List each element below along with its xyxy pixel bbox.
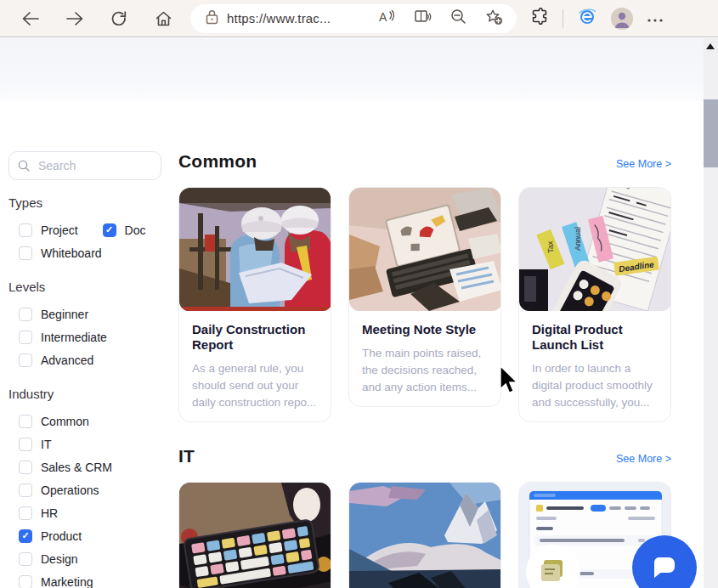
section-title-common: Common xyxy=(178,151,257,172)
checkbox[interactable] xyxy=(19,506,32,520)
card-desc: As a general rule, you should send out y… xyxy=(192,360,318,411)
checkbox[interactable] xyxy=(19,331,32,344)
zoom-out-icon[interactable] xyxy=(450,8,466,28)
colorful-keyboard-photo xyxy=(179,483,331,588)
checkbox[interactable] xyxy=(103,223,116,237)
filter-sales-crm[interactable]: Sales & CRM xyxy=(19,461,112,474)
template-card-it-2[interactable] xyxy=(348,482,501,588)
template-card-digital-product-launch-list[interactable]: 1040 xyxy=(518,187,671,422)
card-desc: The main points raised, the decisions re… xyxy=(362,345,488,396)
add-favorite-icon[interactable] xyxy=(485,8,503,29)
meeting-desk-laptops-photo xyxy=(349,188,501,311)
filter-doc[interactable]: Doc xyxy=(103,223,146,237)
filter-hr[interactable]: HR xyxy=(19,506,58,520)
url-text[interactable]: https://www.trac... xyxy=(227,11,379,25)
filter-group-industry: Industry Common IT Sales & CRM Operation… xyxy=(8,387,161,588)
filter-group-title: Types xyxy=(8,195,161,210)
hero-strip xyxy=(0,38,718,101)
ie-mode-icon[interactable] xyxy=(577,8,597,30)
filter-operations[interactable]: Operations xyxy=(19,483,99,497)
scrollbar-up-arrow[interactable] xyxy=(706,43,715,49)
templates-main: Common See More > xyxy=(178,151,671,588)
chat-bubble-icon xyxy=(649,552,680,583)
card-title: Meeting Note Style xyxy=(362,322,488,337)
construction-workers-photo xyxy=(179,188,331,311)
filter-group-title: Levels xyxy=(8,280,161,294)
search-icon xyxy=(18,160,30,172)
checkbox[interactable] xyxy=(19,461,32,474)
mountain-peak-photo xyxy=(349,483,501,588)
checkbox[interactable] xyxy=(19,223,32,237)
checkbox[interactable] xyxy=(19,438,32,451)
filter-advanced[interactable]: Advanced xyxy=(19,353,93,367)
card-title: Daily Construction Report xyxy=(192,322,318,353)
checkbox[interactable] xyxy=(19,552,32,566)
checkbox[interactable] xyxy=(19,415,32,428)
toolbar-divider xyxy=(563,9,563,28)
page-scrollbar[interactable] xyxy=(704,38,718,588)
filter-group-levels: Levels Beginner Intermediate Advanced xyxy=(8,280,161,371)
filters-sidebar: Types Project Doc Whiteboard xyxy=(8,151,161,588)
see-more-it-link[interactable]: See More > xyxy=(616,453,671,465)
filter-intermediate[interactable]: Intermediate xyxy=(19,331,107,344)
section-title-it: IT xyxy=(178,446,195,466)
filter-whiteboard[interactable]: Whiteboard xyxy=(19,246,102,260)
checkbox[interactable] xyxy=(19,353,32,367)
search-input[interactable] xyxy=(37,158,142,173)
filter-group-title: Industry xyxy=(8,387,161,401)
filter-it[interactable]: IT xyxy=(19,438,51,451)
scrollbar-thumb[interactable] xyxy=(704,99,718,167)
address-bar[interactable]: https://www.trac... A xyxy=(190,4,517,33)
filter-common[interactable]: Common xyxy=(19,415,89,428)
filter-project[interactable]: Project xyxy=(19,223,78,237)
extensions-icon[interactable] xyxy=(530,8,549,30)
checkbox[interactable] xyxy=(19,308,32,321)
page-viewport: Types Project Doc Whiteboard xyxy=(0,38,718,588)
card-title: Digital Product Launch List xyxy=(532,322,658,353)
filter-group-types: Types Project Doc Whiteboard xyxy=(8,195,161,264)
svg-text:Annual: Annual xyxy=(574,227,582,251)
read-aloud-icon[interactable]: A xyxy=(379,9,396,28)
lock-icon[interactable] xyxy=(206,9,218,28)
template-card-it-1[interactable] xyxy=(178,482,331,588)
template-card-daily-construction-report[interactable]: Daily Construction Report As a general r… xyxy=(178,187,331,422)
filter-marketing[interactable]: Marketing xyxy=(19,575,93,588)
card-desc: In order to launch a digital product smo… xyxy=(532,360,658,411)
svg-text:A: A xyxy=(379,10,387,24)
it-cards-row xyxy=(178,482,671,588)
settings-menu-icon[interactable] xyxy=(647,11,664,26)
svg-text:Tax: Tax xyxy=(546,240,555,253)
forward-icon[interactable] xyxy=(65,8,85,29)
common-cards-row: Daily Construction Report As a general r… xyxy=(178,187,671,422)
profile-avatar[interactable] xyxy=(611,8,633,30)
checkbox[interactable] xyxy=(19,529,32,543)
see-more-common-link[interactable]: See More > xyxy=(616,158,671,170)
sticky-notes-deadline-photo: 1040 xyxy=(519,188,671,311)
checkbox[interactable] xyxy=(19,246,32,260)
search-box[interactable] xyxy=(8,151,161,180)
back-icon[interactable] xyxy=(20,8,41,29)
checkbox[interactable] xyxy=(19,483,32,497)
filter-design[interactable]: Design xyxy=(19,552,78,566)
immersive-reader-icon[interactable] xyxy=(415,9,432,27)
filter-product[interactable]: Product xyxy=(19,529,82,543)
template-card-meeting-note-style[interactable]: Meeting Note Style The main points raise… xyxy=(348,187,501,407)
checkbox[interactable] xyxy=(19,575,32,588)
home-icon[interactable] xyxy=(153,8,173,29)
filter-beginner[interactable]: Beginner xyxy=(19,308,88,321)
refresh-icon[interactable] xyxy=(109,8,129,29)
browser-toolbar: https://www.trac... A xyxy=(0,0,718,37)
